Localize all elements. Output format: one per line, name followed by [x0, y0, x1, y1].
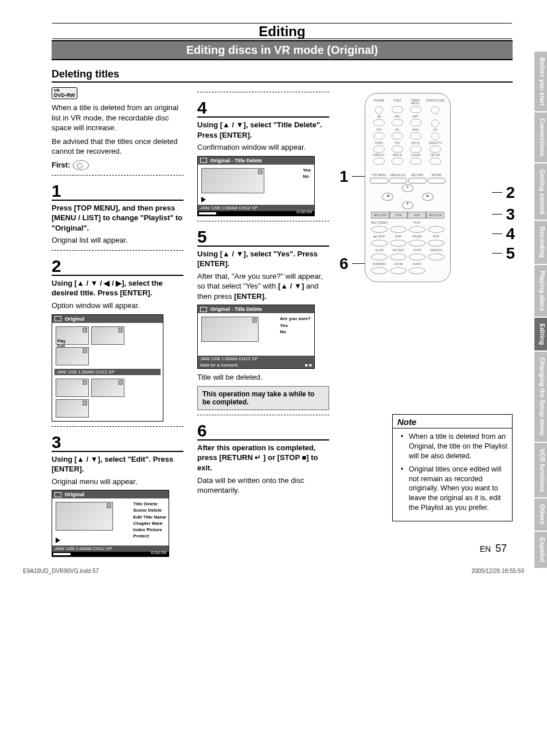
thumb: 2	[91, 326, 124, 345]
search[interactable]	[428, 254, 444, 260]
title-outline: Editing	[52, 23, 513, 39]
key-2[interactable]	[392, 119, 403, 126]
print-footer: E9A10UD_DVR90VG.indd 57 2005/12/26 18:55…	[23, 568, 524, 574]
divider	[52, 426, 183, 427]
note-heading: Note	[393, 415, 512, 428]
tab-changing-setup[interactable]: Changing the Setup menu	[534, 352, 547, 442]
mode-bar: REC/OTR VCR DVD REC/OTR	[371, 212, 444, 219]
disc-icon	[73, 160, 89, 170]
play-icon	[201, 197, 206, 202]
dpad-right[interactable]: ▶	[422, 193, 433, 201]
display-button[interactable]	[373, 158, 385, 165]
play-button[interactable]	[409, 226, 425, 233]
tab-recording[interactable]: Recording	[534, 221, 547, 264]
zoom[interactable]	[390, 267, 407, 274]
screen-caption: JAN/ 1/06 1:00AM CH12 XP	[198, 356, 314, 362]
divider	[197, 92, 329, 92]
iskip[interactable]	[371, 240, 388, 247]
tab-espanol[interactable]: Español	[534, 532, 547, 569]
step-4-instr: Using [▲ / ▼], select "Title Delete". Pr…	[197, 120, 329, 140]
return-button[interactable]	[408, 178, 427, 184]
tset-button[interactable]	[392, 106, 403, 113]
step-4-number: 4	[197, 99, 329, 118]
top-menu-button[interactable]	[370, 178, 388, 184]
print-file: E9A10UD_DVR90VG.indd 57	[23, 568, 99, 574]
mode-dvd[interactable]: DVD	[408, 212, 426, 219]
step-3-number: 3	[52, 434, 183, 452]
dpad: ▲ ▼ ◀ ▶	[382, 184, 433, 209]
thumb: 5	[91, 379, 124, 397]
key-7[interactable]	[373, 146, 385, 153]
ch-up[interactable]	[431, 119, 439, 127]
skip-fwd[interactable]	[428, 240, 444, 247]
dpad-up[interactable]: ▲	[402, 184, 413, 192]
tab-playing-discs[interactable]: Playing discs	[534, 265, 547, 318]
note-list: When a title is deleted from an Original…	[393, 428, 512, 521]
audio[interactable]	[409, 267, 425, 274]
remote-transport: REC SPEEDPLAY ▶/I.SKIPSKIPPAUSESKIP SLOW…	[371, 221, 444, 274]
power-button[interactable]	[375, 106, 383, 114]
setup-button[interactable]	[429, 158, 441, 165]
opt-q: Are you sure?	[280, 315, 311, 322]
thumb: 6	[56, 399, 89, 418]
pause-button[interactable]	[409, 240, 425, 247]
key-0[interactable]	[392, 158, 403, 165]
intro-p2: Be advised that the titles once deleted …	[52, 137, 183, 157]
cm-skip[interactable]	[390, 254, 407, 260]
tv-icon	[54, 316, 61, 321]
opt-no: No	[303, 173, 311, 180]
mode-rec2[interactable]: REC/OTR	[426, 212, 444, 219]
skip-back[interactable]	[390, 240, 407, 247]
step-2-instr: Using [▲ / ▼ / ◀ / ▶], select the desire…	[52, 278, 183, 298]
rew[interactable]	[390, 226, 407, 233]
page-subtitle: Editing discs in VR mode (Original)	[52, 40, 513, 60]
remote-keypad: POWERT-SETTIMER PROG.OPEN/CLOSE .@/ABCDE…	[371, 99, 444, 165]
ff[interactable]	[428, 226, 444, 233]
enter-button[interactable]	[428, 178, 446, 184]
column-left: VRDVD-RW When a title is deleted from an…	[52, 87, 183, 560]
tab-others[interactable]: Others	[534, 498, 547, 531]
divider	[52, 175, 183, 176]
menu-list-button[interactable]	[389, 178, 408, 184]
clear-button[interactable]	[410, 158, 421, 165]
slow[interactable]	[371, 254, 388, 260]
tab-getting-started[interactable]: Getting started	[534, 163, 547, 221]
callout-5: 5	[506, 244, 515, 263]
key-9[interactable]	[410, 146, 421, 153]
key-6[interactable]	[410, 133, 421, 139]
opt: Index Picture	[133, 527, 166, 533]
step-4-screen: Original - Title Delete 3 Yes No JAN/ 1/…	[197, 156, 315, 216]
tab-before-you-start[interactable]: Before you start	[534, 52, 547, 112]
timer-button[interactable]	[410, 106, 421, 113]
mode-rec[interactable]: REC/OTR	[371, 212, 389, 219]
dpad-left[interactable]: ◀	[382, 193, 393, 201]
key-8[interactable]	[392, 146, 403, 153]
tab-editing[interactable]: Editing	[534, 318, 547, 352]
dpad-down[interactable]: ▼	[402, 201, 413, 209]
step-2-number: 2	[52, 258, 183, 276]
key-5[interactable]	[392, 133, 403, 139]
section-heading: Deleting titles	[52, 68, 513, 83]
step-6-number: 6	[197, 422, 329, 441]
note-box: Note When a title is deleted from an Ori…	[392, 414, 513, 521]
key-1[interactable]	[373, 119, 385, 126]
step-1-after: Original list will appear.	[52, 235, 183, 245]
tab-connections[interactable]: Connections	[534, 112, 547, 163]
ch-down[interactable]	[431, 133, 439, 141]
step-4-after: Confirmation window will appear.	[197, 142, 329, 153]
step-5-after: After that, "Are you sure?" will appear,…	[197, 271, 329, 302]
tab-vcr-functions[interactable]: VCR functions	[534, 443, 547, 499]
key-3[interactable]	[410, 119, 421, 126]
step-2-after: Option window will appear.	[52, 301, 183, 311]
rec-speed[interactable]	[371, 226, 388, 233]
key-4[interactable]	[373, 133, 385, 139]
callout-6: 6	[339, 255, 349, 273]
column-right: 1 6 POWERT-SETTIMER PROG.OPEN/CLOSE .@/A…	[343, 87, 513, 560]
open-close-button[interactable]	[431, 106, 439, 114]
stop-button[interactable]	[409, 254, 425, 260]
badge-bottom: DVD-RW	[54, 92, 75, 98]
video-tv[interactable]	[429, 146, 441, 153]
mode-vcr[interactable]: VCR	[389, 212, 408, 219]
dubbing[interactable]	[371, 267, 388, 274]
step-6-instr: After this operation is completed, press…	[197, 443, 329, 473]
